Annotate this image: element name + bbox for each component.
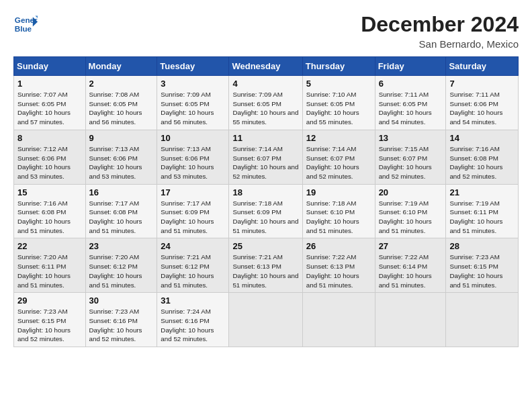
table-row: 31Sunrise: 7:24 AMSunset: 6:16 PMDayligh… [157,293,229,347]
table-row [229,293,302,347]
col-monday: Monday [85,57,157,76]
col-friday: Friday [375,57,446,76]
table-row: 3Sunrise: 7:09 AMSunset: 6:05 PMDaylight… [157,76,229,130]
table-row: 17Sunrise: 7:17 AMSunset: 6:09 PMDayligh… [157,184,229,238]
table-row: 25Sunrise: 7:21 AMSunset: 6:13 PMDayligh… [229,238,302,293]
table-row: 12Sunrise: 7:14 AMSunset: 6:07 PMDayligh… [302,130,375,184]
table-row: 4Sunrise: 7:09 AMSunset: 6:05 PMDaylight… [229,76,302,130]
table-row [446,293,519,347]
table-row [375,293,446,347]
table-row: 7Sunrise: 7:11 AMSunset: 6:06 PMDaylight… [446,76,519,130]
table-row: 29Sunrise: 7:23 AMSunset: 6:15 PMDayligh… [14,293,86,347]
table-row: 9Sunrise: 7:13 AMSunset: 6:06 PMDaylight… [85,130,157,184]
col-thursday: Thursday [302,57,375,76]
table-row: 24Sunrise: 7:21 AMSunset: 6:12 PMDayligh… [157,238,229,293]
col-sunday: Sunday [14,57,86,76]
table-row: 10Sunrise: 7:13 AMSunset: 6:06 PMDayligh… [157,130,229,184]
col-saturday: Saturday [446,57,519,76]
table-row: 14Sunrise: 7:16 AMSunset: 6:08 PMDayligh… [446,130,519,184]
table-row: 16Sunrise: 7:17 AMSunset: 6:08 PMDayligh… [85,184,157,238]
col-tuesday: Tuesday [157,57,229,76]
table-row: 6Sunrise: 7:11 AMSunset: 6:05 PMDaylight… [375,76,446,130]
header: General Blue December 2024 San Bernardo,… [13,12,519,50]
table-row: 11Sunrise: 7:14 AMSunset: 6:07 PMDayligh… [229,130,302,184]
svg-text:Blue: Blue [15,24,32,33]
table-row [302,293,375,347]
table-row: 5Sunrise: 7:10 AMSunset: 6:05 PMDaylight… [302,76,375,130]
main-title: December 2024 [361,12,519,37]
table-row: 26Sunrise: 7:22 AMSunset: 6:13 PMDayligh… [302,238,375,293]
table-row: 22Sunrise: 7:20 AMSunset: 6:11 PMDayligh… [14,238,86,293]
logo: General Blue [13,12,38,36]
calendar: Sunday Monday Tuesday Wednesday Thursday… [13,56,519,347]
table-row: 21Sunrise: 7:19 AMSunset: 6:11 PMDayligh… [446,184,519,238]
subtitle: San Bernardo, Mexico [361,38,519,50]
table-row: 13Sunrise: 7:15 AMSunset: 6:07 PMDayligh… [375,130,446,184]
page: General Blue December 2024 San Bernardo,… [0,0,532,411]
table-row: 28Sunrise: 7:23 AMSunset: 6:15 PMDayligh… [446,238,519,293]
calendar-header-row: Sunday Monday Tuesday Wednesday Thursday… [14,57,519,76]
table-row: 18Sunrise: 7:18 AMSunset: 6:09 PMDayligh… [229,184,302,238]
logo-icon: General Blue [13,12,38,36]
title-block: December 2024 San Bernardo, Mexico [361,12,519,50]
table-row: 23Sunrise: 7:20 AMSunset: 6:12 PMDayligh… [85,238,157,293]
table-row: 2Sunrise: 7:08 AMSunset: 6:05 PMDaylight… [85,76,157,130]
table-row: 19Sunrise: 7:18 AMSunset: 6:10 PMDayligh… [302,184,375,238]
table-row: 20Sunrise: 7:19 AMSunset: 6:10 PMDayligh… [375,184,446,238]
table-row: 1Sunrise: 7:07 AMSunset: 6:05 PMDaylight… [14,76,86,130]
table-row: 8Sunrise: 7:12 AMSunset: 6:06 PMDaylight… [14,130,86,184]
table-row: 27Sunrise: 7:22 AMSunset: 6:14 PMDayligh… [375,238,446,293]
table-row: 30Sunrise: 7:23 AMSunset: 6:16 PMDayligh… [85,293,157,347]
col-wednesday: Wednesday [229,57,302,76]
table-row: 15Sunrise: 7:16 AMSunset: 6:08 PMDayligh… [14,184,86,238]
